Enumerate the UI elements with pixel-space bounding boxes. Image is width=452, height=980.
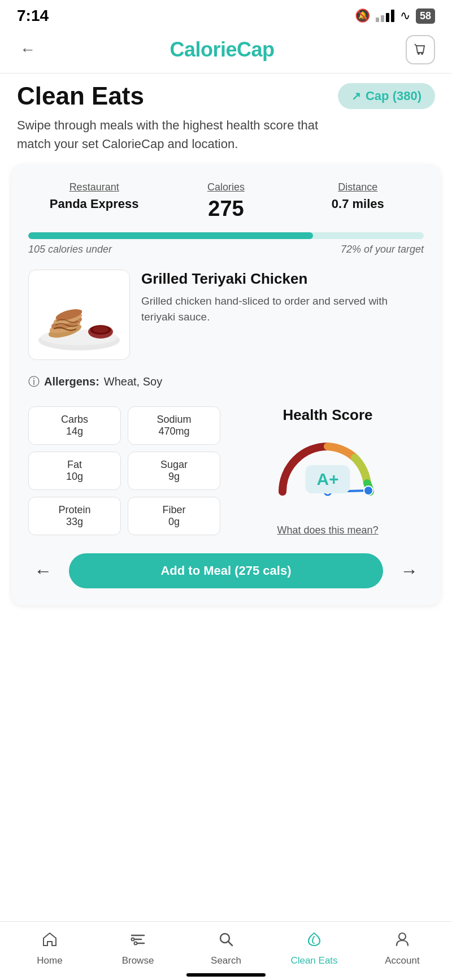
wifi-icon: ∿ [400, 8, 410, 23]
restaurant-row: Restaurant Panda Express Calories 275 Di… [28, 181, 424, 221]
progress-section: 105 calories under 72% of your target [28, 232, 424, 255]
calories-label: Calories [207, 181, 245, 193]
status-bar: 7:14 🔕 ∿ 58 [0, 0, 452, 29]
status-time: 7:14 [17, 7, 49, 25]
health-score-section: Health Score A+ [232, 406, 424, 536]
health-score-title: Health Score [283, 406, 373, 424]
sugar-value: 9g [168, 471, 180, 483]
home-icon [41, 931, 58, 952]
bottom-spacer [0, 605, 452, 684]
nav-label-browse: Browse [122, 955, 154, 966]
back-button[interactable]: ← [17, 38, 38, 62]
svg-point-0 [418, 53, 420, 55]
calories-col: Calories 275 [160, 181, 292, 221]
progress-target-label: 72% of your target [341, 244, 424, 255]
sodium-cell: Sodium 470mg [128, 406, 220, 445]
restaurant-name: Panda Express [50, 197, 139, 211]
page-subtitle: Swipe through meals with the highest hea… [17, 116, 345, 153]
home-indicator [186, 973, 266, 977]
search-icon [218, 931, 234, 952]
main-card: Restaurant Panda Express Calories 275 Di… [11, 164, 441, 605]
svg-point-14 [364, 486, 373, 495]
distance-value: 0.7 miles [332, 197, 384, 211]
fiber-cell: Fiber 0g [128, 497, 220, 535]
cap-badge-label: Cap (380) [366, 89, 421, 103]
header: ← CalorieCap [0, 29, 452, 73]
nav-item-clean-eats[interactable]: Clean Eats [286, 931, 342, 966]
health-score-link[interactable]: What does this mean? [277, 524, 378, 536]
prev-arrow-button[interactable]: ← [28, 555, 58, 587]
action-row: ← Add to Meal (275 cals) → [28, 553, 424, 588]
add-to-meal-button[interactable]: Add to Meal (275 cals) [69, 553, 383, 588]
fat-cell: Fat 10g [28, 452, 121, 490]
gauge-container: A+ [271, 430, 384, 520]
progress-under-label: 105 calories under [28, 244, 112, 255]
browse-icon [129, 931, 146, 952]
distance-col: Distance 0.7 miles [292, 181, 424, 211]
account-icon [394, 931, 411, 952]
carbs-value: 14g [66, 426, 83, 437]
food-image-container [28, 270, 130, 360]
nav-label-search: Search [211, 955, 241, 966]
nav-item-search[interactable]: Search [198, 931, 254, 966]
cap-badge-button[interactable]: ↗ Cap (380) [338, 83, 435, 109]
svg-point-18 [132, 938, 134, 941]
protein-cell: Protein 33g [28, 497, 121, 535]
app-title: CalorieCap [169, 38, 274, 62]
nutrition-grid: Carbs 14g Sodium 470mg Fat 10g Sugar 9g … [28, 406, 220, 535]
battery-indicator: 58 [416, 8, 435, 24]
page-title-row: Clean Eats ↗ Cap (380) [17, 82, 435, 110]
svg-line-21 [228, 942, 232, 946]
basket-icon [412, 41, 429, 58]
page-title-section: Clean Eats ↗ Cap (380) Swipe through mea… [0, 76, 452, 164]
nav-item-account[interactable]: Account [374, 931, 431, 966]
fat-value: 10g [66, 471, 83, 483]
food-description: Grilled chicken hand-sliced to order and… [141, 293, 424, 326]
header-divider [0, 73, 452, 73]
svg-point-19 [134, 942, 137, 945]
fiber-label: Fiber [162, 504, 185, 516]
restaurant-label: Restaurant [69, 181, 119, 193]
nav-item-browse[interactable]: Browse [110, 931, 166, 966]
food-image [34, 275, 124, 354]
next-arrow-button[interactable]: → [394, 555, 424, 587]
fat-label: Fat [67, 459, 82, 471]
clean-eats-icon [306, 931, 323, 952]
food-item: Grilled Teriyaki Chicken Grilled chicken… [28, 270, 424, 360]
bottom-nav: Home Browse Search [0, 921, 452, 980]
status-icons: 🔕 ∿ 58 [355, 8, 435, 24]
nav-item-home[interactable]: Home [21, 931, 78, 966]
nutrition-health-row: Carbs 14g Sodium 470mg Fat 10g Sugar 9g … [28, 406, 424, 536]
sugar-label: Sugar [160, 459, 188, 471]
external-link-icon: ↗ [351, 89, 361, 103]
signal-icon [376, 10, 394, 22]
svg-point-22 [399, 933, 406, 940]
health-score-badge: A+ [305, 465, 350, 493]
nav-label-clean-eats: Clean Eats [290, 955, 337, 966]
fiber-value: 0g [168, 516, 180, 528]
page-title: Clean Eats [17, 82, 144, 110]
food-info: Grilled Teriyaki Chicken Grilled chicken… [141, 270, 424, 326]
allergens-value: Wheat, Soy [104, 375, 162, 388]
sodium-value: 470mg [158, 426, 189, 437]
svg-point-11 [93, 326, 108, 333]
distance-label: Distance [338, 181, 377, 193]
sugar-cell: Sugar 9g [128, 452, 220, 490]
calories-value: 275 [208, 197, 244, 221]
food-name: Grilled Teriyaki Chicken [141, 270, 424, 289]
info-icon: ⓘ [28, 374, 40, 389]
protein-value: 33g [66, 516, 83, 528]
basket-button[interactable] [406, 35, 435, 64]
svg-point-1 [421, 53, 423, 55]
nav-label-account: Account [385, 955, 419, 966]
allergens-row: ⓘ Allergens: Wheat, Soy [28, 374, 424, 389]
progress-bar-fill [28, 232, 313, 239]
protein-label: Protein [58, 504, 90, 516]
sodium-label: Sodium [157, 414, 191, 426]
notification-icon: 🔕 [355, 8, 370, 23]
restaurant-col: Restaurant Panda Express [28, 181, 160, 211]
allergens-label: Allergens: [44, 375, 99, 388]
nav-label-home: Home [37, 955, 62, 966]
carbs-label: Carbs [61, 414, 88, 426]
carbs-cell: Carbs 14g [28, 406, 121, 445]
